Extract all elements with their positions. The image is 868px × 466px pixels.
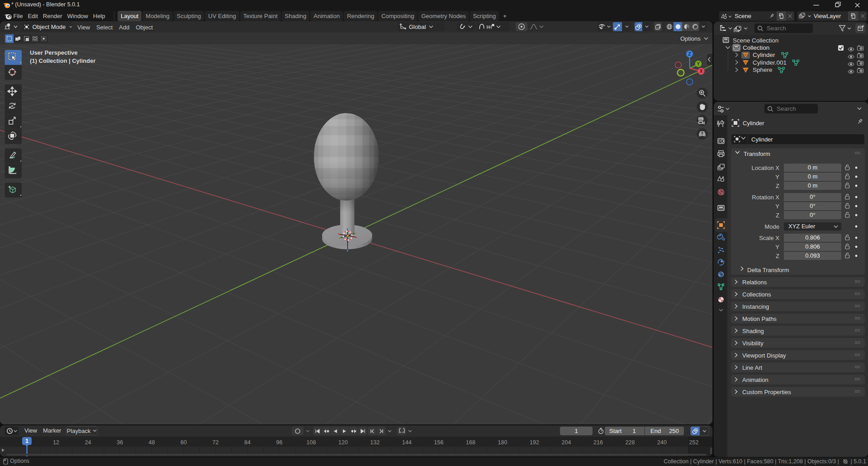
svg-text:168: 168 [466, 439, 475, 446]
svg-text:Z: Z [688, 52, 691, 56]
svg-text:Collection: Collection [743, 44, 769, 51]
svg-text:0 m: 0 m [808, 164, 818, 171]
svg-text:0 m: 0 m [808, 182, 818, 189]
svg-text:Sphere: Sphere [753, 66, 773, 73]
svg-text:Transform: Transform [744, 151, 770, 157]
svg-text:Delta Transform: Delta Transform [747, 267, 789, 273]
svg-text:252: 252 [689, 439, 699, 446]
svg-text:216: 216 [593, 439, 603, 446]
svg-text:180: 180 [498, 439, 508, 446]
svg-text:Rotation X: Rotation X [752, 194, 779, 201]
svg-text:Relations: Relations [742, 279, 767, 286]
svg-text:0°: 0° [810, 202, 815, 209]
svg-text:Cylinder: Cylinder [753, 52, 775, 58]
svg-text:XYZ Euler: XYZ Euler [788, 223, 816, 230]
svg-text:Collections: Collections [742, 291, 771, 298]
svg-text:Mode: Mode [764, 223, 779, 230]
svg-text:Scene Collection: Scene Collection [733, 37, 778, 44]
svg-text:84: 84 [244, 439, 251, 446]
svg-text:Cylinder.001: Cylinder.001 [753, 59, 787, 66]
svg-text:Y: Y [775, 174, 779, 180]
svg-text:Visibility: Visibility [742, 340, 764, 347]
svg-text:Instancing: Instancing [742, 303, 769, 310]
svg-text:156: 156 [434, 439, 444, 446]
svg-text:Z: Z [776, 183, 779, 189]
svg-text:48: 48 [149, 439, 155, 446]
svg-text:228: 228 [626, 439, 635, 446]
svg-text:108: 108 [307, 439, 316, 446]
svg-text:Scale X: Scale X [759, 235, 779, 241]
svg-text:X: X [700, 69, 703, 74]
svg-text:Animation: Animation [742, 377, 768, 383]
svg-text:Y: Y [775, 203, 779, 210]
svg-text:Z: Z [776, 212, 779, 219]
svg-text:(1) Collection | Cylinder: (1) Collection | Cylinder [30, 57, 95, 64]
svg-text:0.806: 0.806 [805, 234, 820, 241]
svg-text:132: 132 [370, 439, 380, 446]
svg-text:0.806: 0.806 [805, 243, 820, 250]
svg-text:36: 36 [117, 439, 123, 446]
svg-text:96: 96 [276, 439, 283, 446]
svg-text:240: 240 [657, 439, 667, 446]
svg-text:12: 12 [53, 439, 59, 446]
svg-text:120: 120 [338, 439, 348, 446]
svg-text:0.093: 0.093 [805, 252, 820, 259]
svg-text:144: 144 [402, 439, 412, 446]
svg-text:Cylinder: Cylinder [743, 120, 764, 127]
svg-text:Motion Paths: Motion Paths [742, 315, 777, 322]
svg-text:User Perspective: User Perspective [30, 49, 78, 56]
svg-text:0°: 0° [810, 193, 815, 200]
svg-text:Location X: Location X [752, 165, 780, 171]
svg-text:1: 1 [25, 438, 28, 444]
svg-text:Cylinder: Cylinder [751, 136, 773, 143]
svg-text:Y: Y [697, 61, 700, 66]
svg-text:204: 204 [562, 439, 571, 446]
svg-text:192: 192 [530, 439, 539, 446]
svg-text:60: 60 [180, 439, 187, 446]
svg-text:0°: 0° [810, 212, 815, 218]
svg-text:Custom Properties: Custom Properties [742, 389, 791, 395]
svg-text:Line Art: Line Art [742, 364, 762, 371]
svg-text:72: 72 [213, 439, 219, 446]
svg-text:Viewport Display: Viewport Display [742, 352, 786, 359]
svg-text:Shading: Shading [742, 328, 764, 334]
svg-text:Z: Z [776, 253, 779, 259]
svg-text:0 m: 0 m [808, 173, 818, 180]
svg-text:Y: Y [775, 244, 779, 250]
svg-text:24: 24 [85, 439, 91, 446]
